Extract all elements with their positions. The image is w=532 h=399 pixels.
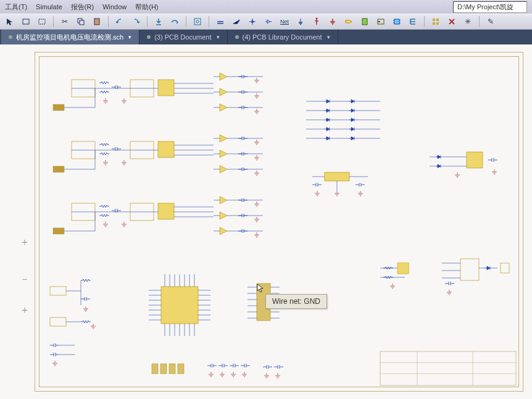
svg-point-8	[251, 20, 254, 23]
tab-label: (3) PCB Document	[154, 33, 211, 41]
svg-rect-13	[433, 19, 435, 21]
svg-rect-14	[436, 19, 439, 21]
schematic-canvas[interactable]: ＋ － ＋	[0, 44, 532, 399]
redo-icon[interactable]	[130, 15, 142, 28]
port-down-icon[interactable]	[294, 15, 307, 28]
menu-help[interactable]: 帮助(H)	[135, 2, 158, 12]
sheet-entry-icon[interactable]	[375, 15, 387, 28]
zoom-out-button[interactable]: －	[19, 273, 31, 285]
gnd-icon[interactable]	[326, 15, 339, 28]
copy-icon[interactable]	[75, 15, 87, 28]
net-label-icon[interactable]: Net	[278, 15, 291, 28]
svg-rect-36	[380, 351, 516, 385]
toolbar: ✂ Net ✳ ✎	[0, 14, 532, 30]
step-over-icon[interactable]	[168, 15, 181, 28]
port-icon[interactable]	[343, 15, 355, 28]
svg-rect-12	[394, 19, 399, 24]
snap-icon[interactable]: ✳	[462, 15, 474, 28]
zoom-fit-icon[interactable]	[191, 15, 204, 28]
svg-rect-16	[436, 22, 439, 25]
part-icon[interactable]	[262, 15, 275, 28]
svg-rect-5	[96, 18, 98, 20]
tooltip-text: Wire net: GND	[272, 297, 320, 306]
svg-rect-28	[50, 317, 66, 326]
menu-bar: 工具(T) Simulate 报告(R) Window 帮助(H) D:\My …	[0, 0, 532, 14]
step-in-icon[interactable]	[152, 15, 165, 28]
bus-icon[interactable]	[230, 15, 243, 28]
mouse-cursor-icon	[256, 283, 266, 293]
svg-rect-0	[23, 19, 29, 24]
tab-pcb-library[interactable]: (4) PCB Library Document ▾	[228, 30, 338, 44]
menu-simulate[interactable]: Simulate	[36, 3, 62, 10]
zoom-in-button-2[interactable]: ＋	[19, 304, 31, 316]
array-icon[interactable]	[430, 15, 442, 28]
chevron-down-icon[interactable]: ▾	[327, 34, 330, 40]
delete-icon[interactable]	[446, 15, 458, 28]
chevron-down-icon[interactable]: ▾	[128, 34, 131, 40]
cut-icon[interactable]: ✂	[59, 15, 71, 28]
document-tab-bar: 机房监控项目电机电压电流检测.sch ▾ (3) PCB Document ▾ …	[0, 30, 532, 44]
svg-rect-10	[362, 19, 367, 25]
sheet-icon[interactable]	[359, 15, 371, 28]
svg-rect-33	[178, 364, 184, 374]
project-path-box[interactable]: D:\My Project\凯旋	[453, 1, 527, 13]
svg-rect-3	[80, 20, 84, 25]
box-icon[interactable]	[20, 15, 32, 28]
schematic-drawing	[35, 52, 523, 392]
svg-rect-27	[50, 287, 66, 295]
menu-window[interactable]: Window	[102, 3, 127, 10]
menu-report[interactable]: 报告(R)	[71, 2, 94, 12]
undo-icon[interactable]	[114, 15, 126, 28]
menu-tools[interactable]: 工具(T)	[5, 2, 27, 12]
svg-rect-26	[325, 172, 349, 181]
chevron-down-icon[interactable]: ▾	[217, 34, 220, 40]
tab-dot-icon	[235, 35, 239, 39]
tab-dot-icon	[9, 35, 12, 39]
net-tooltip: Wire net: GND	[265, 294, 327, 309]
edit-icon[interactable]: ✎	[484, 15, 497, 28]
paste-icon[interactable]	[91, 15, 103, 28]
svg-rect-34	[460, 259, 479, 280]
svg-rect-6	[194, 19, 201, 25]
tab-schematic-active[interactable]: 机房监控项目电机电压电流检测.sch ▾	[1, 30, 139, 44]
svg-rect-32	[169, 364, 175, 374]
zoom-in-button[interactable]: ＋	[19, 236, 31, 248]
wire-icon[interactable]	[214, 15, 227, 28]
svg-rect-1	[39, 19, 45, 24]
svg-point-7	[196, 20, 199, 23]
tab-dot-icon	[147, 35, 151, 39]
device-sheet-icon[interactable]	[391, 15, 403, 28]
svg-point-9	[316, 18, 318, 20]
select-icon[interactable]	[4, 15, 16, 28]
harness-icon[interactable]	[407, 15, 419, 28]
svg-rect-30	[152, 364, 158, 374]
svg-rect-35	[501, 263, 509, 273]
svg-rect-31	[160, 364, 167, 374]
power-icon[interactable]	[310, 15, 323, 28]
tab-label: 机房监控项目电机电压电流检测.sch	[16, 33, 123, 42]
marquee-icon[interactable]	[36, 15, 48, 28]
svg-rect-15	[433, 22, 435, 25]
tab-label: (4) PCB Library Document	[243, 33, 322, 41]
tab-pcb-document[interactable]: (3) PCB Document ▾	[139, 30, 227, 44]
junction-icon[interactable]	[246, 15, 259, 28]
